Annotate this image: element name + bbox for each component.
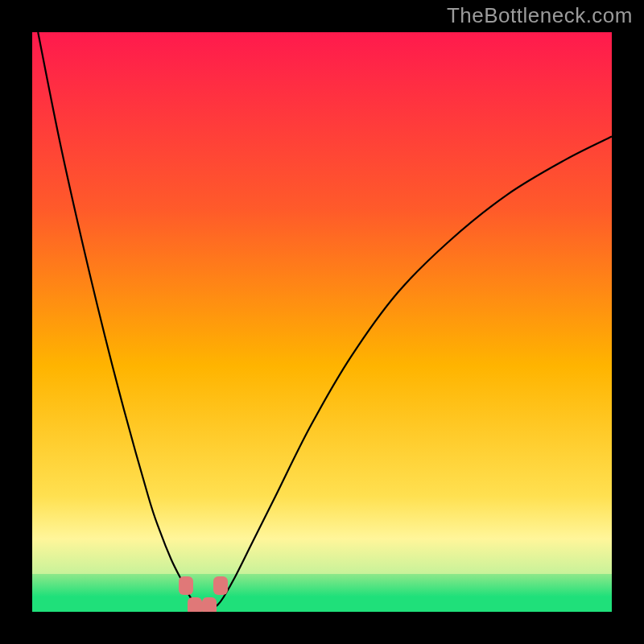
bottleneck-curve (38, 32, 612, 609)
data-marker (213, 576, 228, 595)
data-marker (188, 597, 202, 612)
attribution-text: TheBottleneck.com (447, 3, 633, 28)
curve-svg (32, 32, 612, 612)
chart-container: TheBottleneck.com (0, 0, 644, 644)
data-marker (202, 597, 217, 612)
plot-area (32, 32, 612, 612)
data-marker (179, 576, 193, 595)
